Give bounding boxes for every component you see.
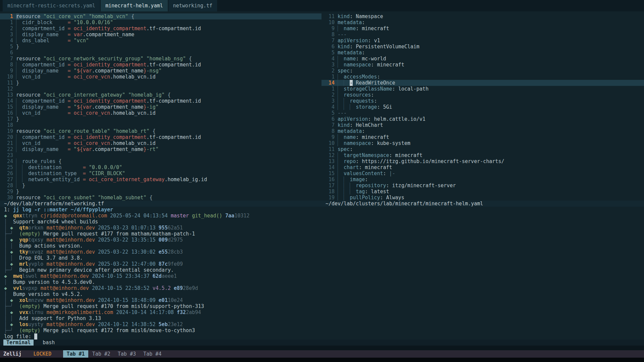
- code-line: 15▏ valuesContent: |-: [321, 170, 644, 176]
- indent-guide: ▏: [338, 98, 344, 104]
- code-line: 13resource "oci_core_internet_gateway" "…: [0, 92, 321, 98]
- line-number: 18: [326, 189, 335, 195]
- code-area-yaml[interactable]: 11kind: Namespace10metadata:9▏ name: min…: [321, 11, 644, 201]
- code-line: 18: [0, 122, 321, 128]
- code-line: 2▏ compartment_id = oci_identity_compart…: [0, 25, 321, 32]
- commit-node-icon: ◆: [10, 261, 13, 267]
- jj-log-output: ◆ qmxttryn cjriddz@protonmail.com 2025-0…: [0, 213, 644, 333]
- line-number: 11: [4, 80, 13, 86]
- commit-node-icon: ◆: [10, 309, 13, 315]
- code-line: 9▏ name: minecraft: [321, 134, 644, 140]
- code-line: 17▏ ▏ ▏ repository: itzg/minecraft-serve…: [321, 183, 644, 189]
- line-number: 21: [4, 140, 13, 146]
- code-line: 12▏ targetNamespace: minecraft: [321, 152, 644, 158]
- line-number: 2: [4, 25, 13, 32]
- code-line: 9▏ name: minecraft: [321, 25, 644, 32]
- code-line: 27▏ ▏ network_entity_id = oci_core_inter…: [0, 176, 321, 183]
- line-number: 23: [4, 152, 13, 158]
- code-line: 10metadata:: [321, 19, 644, 25]
- terminal-tab-active[interactable]: Terminal: [3, 340, 34, 346]
- zellij-tab[interactable]: Tab #1: [63, 350, 88, 358]
- line-number: 2: [326, 92, 335, 98]
- indent-guide: ▏: [344, 195, 350, 201]
- zellij-tab[interactable]: Tab #3: [114, 350, 139, 358]
- code-line: 4▏ dns_label = "vcn": [0, 38, 321, 44]
- line-number: 2: [326, 68, 335, 74]
- line-number: 10: [4, 74, 13, 80]
- code-line: 11}: [0, 80, 321, 86]
- code-line: 3▏ namespace: minecraft: [321, 62, 644, 68]
- code-line: 4▏ name: mc-world: [321, 56, 644, 62]
- line-number: 5: [326, 50, 335, 56]
- indent-guide: ▏: [16, 134, 22, 140]
- buffer-tab[interactable]: minecraft-restic-secrets.yaml: [3, 0, 100, 11]
- indent-guide: ▏: [16, 68, 22, 74]
- jj-log-line: │ │ Drop EOL 3.7 and 3.8.: [0, 255, 644, 261]
- indent-guide: ▏: [338, 74, 344, 80]
- line-number: 4: [326, 104, 335, 110]
- indent-guide: ▏: [338, 176, 344, 183]
- line-number: 16: [326, 176, 335, 183]
- commit-node-icon: ◆: [10, 249, 13, 255]
- terminal-pane[interactable]: 1: jj log -r ::master ~/d/ffpyplayer ◆ q…: [0, 207, 644, 340]
- jj-log-line: │ │ Add support for Python 3.13: [0, 315, 644, 321]
- code-line: 14▏ chart: minecraft: [321, 164, 644, 170]
- code-line: 13▏ repo: https://itzg.github.io/minecra…: [321, 158, 644, 164]
- indent-guide: ▏: [22, 164, 28, 170]
- line-number: 9: [326, 25, 335, 32]
- line-number: 3: [326, 62, 335, 68]
- jj-log-line: │ Bump version to 4.5.3.dev0.: [0, 279, 644, 285]
- code-line: 8▏ compartment_id = oci_identity_compart…: [0, 62, 321, 68]
- line-number: 8: [4, 62, 13, 68]
- line-number: 9: [4, 68, 13, 74]
- zellij-tab[interactable]: Tab #2: [89, 350, 114, 358]
- indent-guide: ▏: [16, 146, 22, 152]
- code-line: 26▏ ▏ destination_type = "CIDR_BLOCK": [0, 170, 321, 176]
- code-line: 12: [0, 86, 321, 92]
- editor-pane-minecraft-helm-yaml[interactable]: 11kind: Namespace10metadata:9▏ name: min…: [321, 11, 644, 207]
- code-line: 14▏ compartment_id = oci_identity_compar…: [0, 98, 321, 104]
- editor-bufferline: minecraft-restic-secrets.yamlminecraft-h…: [0, 0, 644, 11]
- shell-command-line: 1: jj log -r ::master ~/d/ffpyplayer: [0, 207, 644, 213]
- jj-log-line: ├─╯ (empty) Merge pull request #177 from…: [0, 231, 644, 237]
- code-line: 21▏ vcn_id = oci_core_vcn.homelab_vcn.id: [0, 140, 321, 146]
- code-area-terraform[interactable]: 1resource "oci_core_vcn" "homelab_vcn" {…: [0, 11, 321, 201]
- jj-log-line: │ Support aarch64 wheel builds: [0, 219, 644, 225]
- code-line: 29}: [0, 189, 321, 195]
- jj-log-line: ├─╯ (empty) Merge pull request #172 from…: [0, 327, 644, 333]
- code-line: 11spec:: [321, 146, 644, 152]
- cursor-line: 1resource "oci_core_vcn" "homelab_vcn" {: [0, 13, 321, 19]
- code-line: 2spec:: [321, 68, 644, 74]
- indent-guide: ▏: [350, 183, 356, 189]
- code-line: 30resource "oci_core_subnet" "homelab_su…: [0, 195, 321, 201]
- zellij-tab[interactable]: Tab #4: [140, 350, 165, 358]
- buffer-tab[interactable]: networking.tf: [168, 0, 217, 11]
- cursor-line: 14▏ ▏ - ReadWriteOnce: [321, 80, 644, 86]
- line-number: 6: [326, 44, 335, 50]
- line-number: 22: [4, 146, 13, 152]
- editor-pane-networking-tf[interactable]: 1resource "oci_core_vcn" "homelab_vcn" {…: [0, 11, 321, 207]
- code-line: 18▏ ▏ ▏ tag: latest: [321, 189, 644, 195]
- terminal-tab-bash[interactable]: bash: [43, 340, 55, 346]
- buffer-tab[interactable]: minecraft-helm.yaml: [101, 0, 168, 11]
- line-number: 1: [326, 74, 335, 80]
- zellij-logo: Zellij: [3, 351, 21, 357]
- code-line: 7kind: HelmChart: [321, 122, 644, 128]
- zellij-mode-indicator: LOCKED: [33, 351, 51, 357]
- statusline-right: ~/dev/lab/clusters/lab/minecraft/minecra…: [321, 201, 644, 207]
- prompt-line[interactable]: log file:: [0, 333, 644, 340]
- line-number: 12: [4, 86, 13, 92]
- file-path: ~/dev/lab/terraform/networking.tf: [4, 201, 104, 207]
- code-line: 15▏ display_name = "${var.compartment_na…: [0, 104, 321, 110]
- jj-log-line: │ ◆ tkynxvqz matt@einhorn.dev 2025-03-22…: [0, 249, 644, 255]
- indent-guide: ▏: [16, 104, 22, 110]
- line-number: 26: [4, 170, 13, 176]
- line-number: 10: [326, 140, 335, 146]
- indent-guide: ▏: [16, 158, 22, 164]
- indent-guide: ▏: [338, 86, 344, 92]
- jj-log-line: │ ◆ yqptqxsy matt@einhorn.dev 2025-03-22…: [0, 237, 644, 243]
- indent-guide: ▏: [338, 152, 344, 158]
- jj-log-line: ◆ vvlsvpxp matt@einhorn.dev 2024-10-15 2…: [0, 285, 644, 291]
- indent-guide: ▏: [16, 164, 22, 170]
- jj-log-line: │ ◆ mrlyvplo matt@einhorn.dev 2025-03-22…: [0, 261, 644, 267]
